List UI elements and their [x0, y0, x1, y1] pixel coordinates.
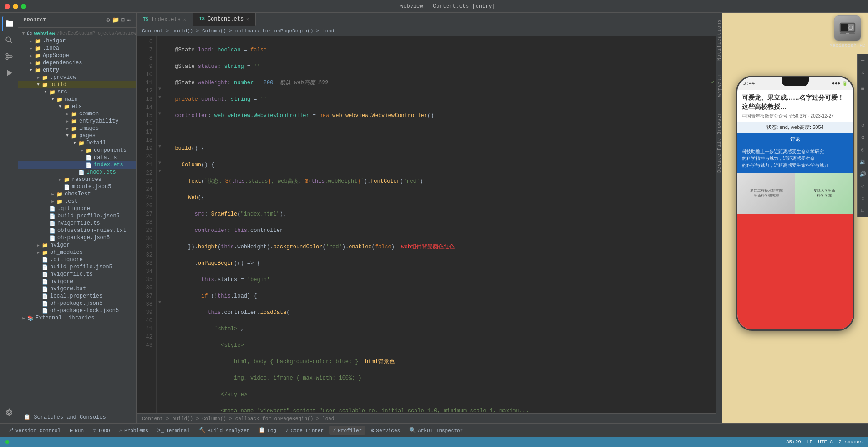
right-sidebar: Macintosh HD 3:44 ●●● 🔋 — [722, 13, 868, 423]
fold-gutter: ▼▼ ▼ ▼ ▼▼ ▼ — [157, 36, 163, 413]
profiler-label: Profiler — [338, 428, 362, 433]
search-icon[interactable] — [2, 33, 16, 47]
list-item[interactable]: ▶📄oh-package-lock.json5 — [18, 307, 136, 314]
new-file-icon[interactable]: ⊕ — [107, 16, 110, 24]
list-item[interactable]: ▶📄data.js — [18, 154, 136, 161]
phone-image-section: 浙江工程技术研究院 生命科学研究室 复旦大学生命 科学学院 — [737, 173, 853, 214]
list-item[interactable]: ▶📄hvigorfile.ts — [18, 220, 136, 227]
list-item[interactable]: ▶📄.gitignore — [18, 256, 136, 263]
location-icon[interactable]: ◎ — [861, 146, 864, 153]
list-item[interactable]: ▶📄hvigorfile.ts — [18, 271, 136, 278]
list-item[interactable]: ▶📁common — [18, 110, 136, 118]
todo-button[interactable]: ☑ TODO — [89, 426, 114, 435]
list-item[interactable]: ▶📁resources — [18, 176, 136, 183]
list-item[interactable]: ▶📄module.json5 — [18, 183, 136, 190]
svg-line-6 — [8, 55, 10, 56]
notifications-label[interactable]: Notifications — [717, 16, 722, 63]
back-icon[interactable]: ◁ — [861, 183, 864, 190]
log-button[interactable]: 📋 Log — [255, 426, 280, 435]
list-item[interactable]: ▶📁.hvigor — [18, 37, 136, 45]
terminal-icon: >_ — [157, 427, 164, 434]
list-item[interactable]: ▶📁oh_modules — [18, 249, 136, 256]
code-editor: 678910 1112131415 1617181920 2122232425 … — [137, 36, 716, 413]
list-item[interactable]: ▼📁pages — [18, 132, 136, 139]
list-item[interactable]: ▶📁.idea — [18, 45, 136, 52]
home-icon[interactable]: ○ — [861, 195, 864, 202]
menu-icon[interactable]: ≡ — [861, 85, 864, 92]
rotate-icon[interactable]: ↺ — [861, 122, 864, 128]
code-content[interactable]: @State load: boolean = false @State stat… — [163, 36, 710, 413]
volume-up-icon[interactable]: 🔊 — [859, 171, 866, 178]
arrow-up-icon[interactable]: ↑ — [861, 98, 864, 104]
preview-label[interactable]: Preview — [717, 72, 722, 100]
list-item[interactable]: ▶📄obfuscation-rules.txt — [18, 227, 136, 234]
phone-web-status: 状态: end, web高度: 5054 — [737, 122, 853, 133]
tree-root[interactable]: ▼ 🗂 webview /DevEcoStudioProjects/webvie… — [18, 30, 136, 37]
entry-folder[interactable]: ▼📁entry — [18, 67, 136, 74]
close-button[interactable] — [5, 4, 10, 9]
list-item[interactable]: ▶📄Index.ets — [18, 169, 136, 176]
explorer-icon[interactable] — [2, 16, 16, 31]
list-item[interactable]: ▶📁test — [18, 198, 136, 205]
git-icon[interactable] — [2, 49, 16, 64]
collapse-all-icon[interactable]: ⊟ — [121, 16, 125, 24]
more-options-icon[interactable]: ⋯ — [127, 16, 131, 24]
list-item[interactable]: ▼📁src — [18, 88, 136, 96]
run-icon[interactable] — [2, 66, 16, 80]
phone-comment-btn[interactable]: 评论 — [790, 136, 800, 143]
tab-label: Index.ets — [151, 16, 181, 23]
arkui-inspector-button[interactable]: 🔍 ArkUI Inspector — [406, 426, 467, 435]
list-item[interactable]: ▶📄hvigorw — [18, 278, 136, 285]
new-folder-icon[interactable]: 📁 — [112, 16, 120, 24]
run-button[interactable]: ▶ Run — [66, 426, 87, 435]
list-item[interactable]: ▶📄build-profile.json5 — [18, 263, 136, 271]
list-item[interactable]: ▼📁Detail — [18, 139, 136, 147]
version-control-button[interactable]: ⎇ Version Control — [4, 426, 64, 435]
arrow-left-icon[interactable]: ← — [861, 110, 864, 116]
list-item[interactable]: ▶📁ohosTest — [18, 190, 136, 198]
list-item[interactable]: ▼📁build — [18, 81, 136, 88]
list-item[interactable]: ▶📄hvigorw.bat — [18, 285, 136, 293]
minimize-right-icon[interactable]: — — [861, 57, 864, 64]
close-active-tab-icon[interactable]: ✕ — [246, 16, 249, 22]
list-item[interactable]: ▼📁ets — [18, 103, 136, 110]
activity-bar — [0, 13, 18, 423]
list-item[interactable]: ▶📁images — [18, 125, 136, 132]
list-item[interactable]: ▼📁main — [18, 96, 136, 103]
profiler-button[interactable]: ⚡ Profiler — [329, 426, 365, 435]
minimize-button[interactable] — [13, 4, 18, 9]
volume-down-icon[interactable]: 🔉 — [859, 159, 866, 165]
list-item[interactable]: ▶📁entryability — [18, 118, 136, 125]
mac-hd-area: Macintosh HD — [827, 13, 868, 48]
external-libraries[interactable]: ▶📚External Libraries — [18, 314, 136, 322]
list-item[interactable]: ▶📁components — [18, 147, 136, 154]
list-item[interactable]: ▶📁AppScope — [18, 52, 136, 59]
list-item[interactable]: ▶📄build-profile.json5 — [18, 212, 136, 220]
list-item[interactable]: ▶📄oh-package.json5 — [18, 234, 136, 241]
settings-small-icon[interactable]: ⚙ — [861, 134, 864, 141]
recents-icon[interactable]: □ — [861, 207, 864, 214]
close-tab-icon[interactable]: ✕ — [183, 17, 186, 22]
device-file-browser-label[interactable]: Device File Browser — [717, 109, 722, 175]
traffic-lights — [5, 4, 26, 9]
close-right-icon[interactable]: ✕ — [861, 69, 864, 76]
build-analyzer-button[interactable]: 🔨 Build Analyzer — [195, 426, 253, 435]
list-item[interactable]: ▶📁dependencies — [18, 59, 136, 67]
list-item[interactable]: ▶📄local.properties — [18, 293, 136, 300]
list-item[interactable]: ▶📁hvigor — [18, 241, 136, 249]
selected-file[interactable]: ▶📄index.ets — [18, 161, 136, 169]
terminal-button[interactable]: >_ Terminal — [154, 426, 193, 435]
scratches-and-consoles[interactable]: 📋 Scratches and Consoles — [18, 411, 136, 423]
code-linter-button[interactable]: ✓ Code Linter — [282, 426, 327, 435]
list-item[interactable]: ▶📄.gitignore — [18, 205, 136, 212]
services-button[interactable]: ⚙ Services — [367, 426, 404, 435]
problems-button[interactable]: ⚠ Problems — [116, 426, 152, 435]
maximize-button[interactable] — [21, 4, 26, 9]
list-item[interactable]: ▶📄oh-package.json5 — [18, 300, 136, 307]
tab-index-ets[interactable]: TS Index.ets ✕ — [137, 13, 193, 26]
settings-icon[interactable] — [2, 405, 16, 420]
list-item[interactable]: ▶📁.preview — [18, 74, 136, 81]
editor-area: TS Index.ets ✕ TS Content.ets ✕ Content … — [137, 13, 716, 423]
mac-hd-icon — [834, 15, 861, 41]
tab-content-ets[interactable]: TS Content.ets ✕ — [193, 13, 256, 26]
